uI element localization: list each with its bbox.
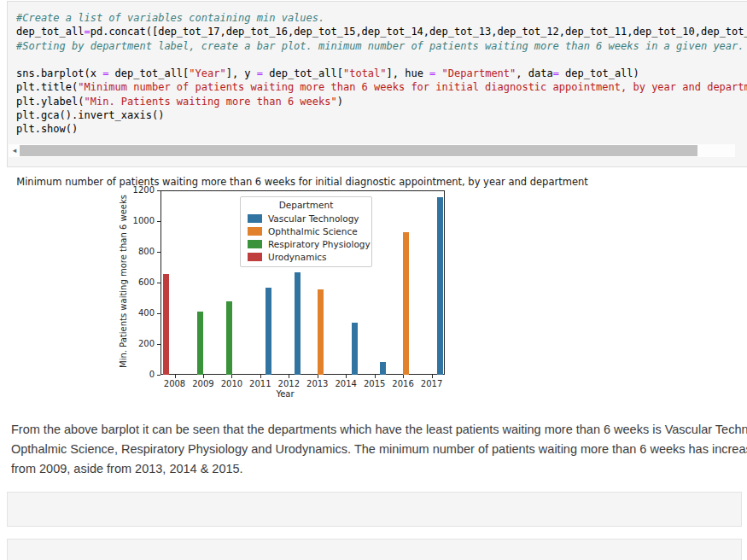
chart-output: Minimum number of patients waiting more …: [0, 173, 478, 408]
y-tick-mark: [157, 313, 160, 314]
bar: [295, 272, 301, 375]
empty-code-cell[interactable]: [7, 539, 742, 560]
empty-code-cell[interactable]: [7, 492, 742, 527]
x-tick-mark: [175, 375, 176, 378]
y-tick-label: 200: [120, 339, 155, 348]
chart-title: Minimum number of patients waiting more …: [16, 176, 588, 188]
code-cell[interactable]: #Create a list of variables containing m…: [7, 1, 747, 167]
bar: [197, 312, 203, 375]
y-tick-mark: [157, 221, 160, 222]
code-line: plt.ylabel("Min. Patients waiting more t…: [16, 95, 747, 108]
y-tick-mark: [157, 283, 160, 283]
legend-item: Ophthalmic Science: [246, 225, 366, 237]
horizontal-scrollbar[interactable]: ◂: [9, 144, 735, 157]
code-line: #Create a list of variables containing m…: [16, 11, 747, 25]
bar: [437, 197, 443, 375]
x-tick-mark: [260, 375, 261, 378]
legend-label: Respiratory Physiology: [268, 239, 371, 249]
markdown-cell[interactable]: From the above barplot it can be seen th…: [11, 420, 747, 479]
x-tick-mark: [432, 375, 433, 378]
legend-item: Urodynamics: [246, 250, 366, 263]
legend-label: Urodynamics: [268, 252, 327, 262]
bar: [352, 323, 358, 375]
legend-item: Vascular Technology: [246, 212, 366, 225]
markdown-text-line: from 2009, aside from 2013, 2014 & 2015.: [11, 459, 747, 479]
code-line: dep_tot_all=pd.concat([dep_tot_17,dep_to…: [16, 25, 747, 38]
y-tick-label: 1200: [120, 185, 155, 195]
x-tick-label: 2017: [415, 379, 449, 388]
x-tick-mark: [318, 375, 318, 378]
code-line: #Sorting by department label, create a b…: [16, 39, 747, 53]
x-axis-label: Year: [276, 389, 294, 399]
code-line: plt.title("Minimum number of patients wa…: [16, 80, 747, 94]
bar: [380, 362, 386, 375]
legend-item: Respiratory Physiology: [246, 237, 366, 250]
y-tick-label: 800: [120, 247, 155, 256]
y-tick-label: 600: [120, 277, 155, 287]
code-line: [16, 53, 747, 67]
legend-label: Vascular Technology: [268, 213, 359, 224]
legend-swatch: [248, 214, 262, 223]
legend-swatch: [248, 227, 262, 236]
legend: Department Vascular TechnologyOphthalmic…: [240, 196, 372, 267]
x-tick-mark: [346, 375, 347, 378]
code-editor[interactable]: #Create a list of variables containing m…: [8, 2, 747, 137]
y-tick-label: 1000: [120, 216, 155, 225]
legend-items: Vascular TechnologyOphthalmic ScienceRes…: [246, 212, 366, 263]
code-line: plt.show(): [16, 122, 747, 136]
y-tick-mark: [157, 190, 160, 191]
y-tick-mark: [157, 375, 160, 376]
y-tick-mark: [157, 252, 160, 253]
y-tick-label: 0: [120, 370, 155, 379]
y-tick-mark: [157, 344, 160, 345]
scrollbar-left-arrow-icon[interactable]: ◂: [10, 146, 19, 155]
x-tick-mark: [231, 375, 232, 378]
legend-title: Department: [246, 200, 366, 210]
code-line: plt.gca().invert_xaxis(): [16, 108, 747, 122]
markdown-text-line: From the above barplot it can be seen th…: [11, 420, 747, 440]
x-tick-mark: [403, 375, 404, 378]
bar: [226, 301, 232, 375]
bar: [403, 232, 409, 375]
bar: [266, 288, 271, 375]
bar: [163, 274, 169, 375]
x-tick-mark: [203, 375, 204, 378]
x-tick-mark: [375, 375, 376, 378]
legend-swatch: [248, 240, 262, 248]
bar: [318, 289, 324, 375]
legend-swatch: [248, 253, 262, 261]
scrollbar-thumb[interactable]: [20, 145, 697, 156]
legend-label: Ophthalmic Science: [268, 226, 358, 236]
markdown-text-line: Opthalmic Science, Respiratory Physiolog…: [11, 440, 747, 459]
x-tick-mark: [289, 375, 289, 378]
y-tick-label: 400: [120, 308, 155, 318]
code-line: sns.barplot(x = dep_tot_all["Year"], y =…: [16, 67, 747, 80]
